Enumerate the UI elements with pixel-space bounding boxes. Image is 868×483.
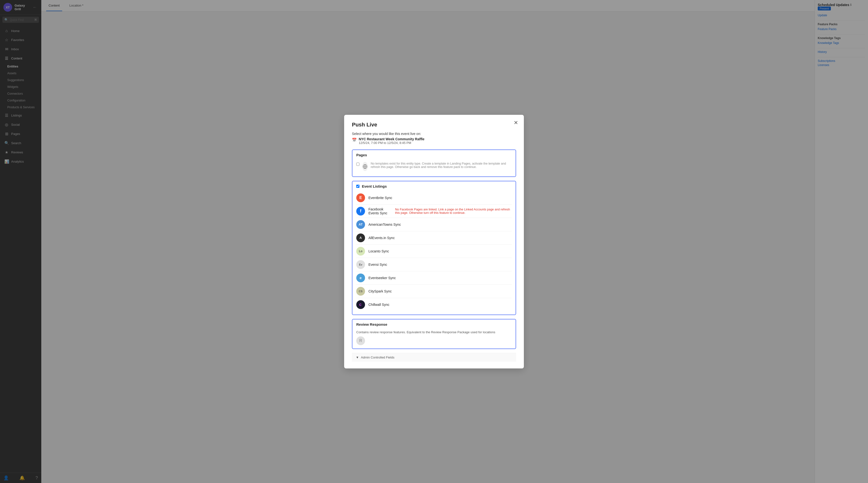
evensi-label: Evensi Sync xyxy=(368,263,387,266)
allevents-icon: A xyxy=(356,233,365,242)
listing-row-locanto: Lo Locanto Sync xyxy=(356,245,512,258)
modal-close-button[interactable]: ✕ xyxy=(512,119,520,126)
admin-fields-bar[interactable]: ▼ Admin Controlled Fields xyxy=(352,353,516,362)
modal-subtitle: Select where you would like this event l… xyxy=(352,132,516,136)
review-response-header: Review Response xyxy=(352,319,516,329)
calendar-icon: 📅 xyxy=(352,138,357,142)
review-response-icon: R xyxy=(356,336,365,345)
pages-section-card: Pages No templates exist for this entity… xyxy=(352,150,516,177)
event-listings-section-header: Event Listings xyxy=(352,181,516,191)
pages-row: No templates exist for this entity type.… xyxy=(356,160,512,173)
push-live-modal: Push Live ✕ Select where you would like … xyxy=(344,115,524,368)
facebook-label: Facebook Events Sync xyxy=(368,207,390,215)
event-listings-checkbox[interactable] xyxy=(356,185,360,188)
pages-section-header: Pages xyxy=(352,150,516,160)
listing-row-cityspark: CS CitySpark Sync xyxy=(356,285,512,298)
eventbrite-label: Eventbrite Sync xyxy=(368,196,392,200)
listing-row-facebook: f Facebook Events Sync No Facebook Pages… xyxy=(356,204,512,218)
eventseeker-icon: e xyxy=(356,273,365,282)
locanto-label: Locanto Sync xyxy=(368,249,389,253)
locanto-icon: Lo xyxy=(356,247,365,256)
event-name: NYC Restaurant Week Community Raffle xyxy=(359,137,424,141)
listing-row-americantowns: AT AmericanTowns Sync xyxy=(356,218,512,231)
pages-section-body: No templates exist for this entity type.… xyxy=(352,160,516,176)
pages-icon xyxy=(362,162,368,171)
eventbrite-icon: E xyxy=(356,193,365,202)
americantowns-label: AmericanTowns Sync xyxy=(368,223,401,226)
review-response-body: Contains review response features. Equiv… xyxy=(352,330,516,349)
listing-row-chillwall: C Chillwall Sync xyxy=(356,298,512,311)
listing-row-evensi: Ev Evensi Sync xyxy=(356,258,512,271)
evensi-icon: Ev xyxy=(356,260,365,269)
listing-row-eventseeker: e Eventseeker Sync xyxy=(356,271,512,285)
event-listings-body: E Eventbrite Sync f Facebook Events Sync… xyxy=(352,191,516,315)
event-listings-title: Event Listings xyxy=(362,184,387,188)
event-date: 12/5/24, 7:00 PM to 12/5/24, 8:45 PM xyxy=(359,141,424,144)
cityspark-icon: CS xyxy=(356,287,365,296)
listing-row-eventbrite: E Eventbrite Sync xyxy=(356,191,512,204)
admin-fields-label: Admin Controlled Fields xyxy=(361,356,395,359)
chillwall-label: Chillwall Sync xyxy=(368,303,389,307)
pages-checkbox[interactable] xyxy=(356,163,360,166)
allevents-label: AllEvents.in Sync xyxy=(368,236,395,240)
chevron-down-icon: ▼ xyxy=(356,356,359,359)
facebook-icon: f xyxy=(356,207,365,216)
facebook-error: No Facebook Pages are linked. Link a pag… xyxy=(395,208,512,215)
chillwall-icon: C xyxy=(356,300,365,309)
svg-text:C: C xyxy=(359,303,362,307)
review-response-section-card: Review Response Contains review response… xyxy=(352,319,516,349)
review-response-description: Contains review response features. Equiv… xyxy=(356,330,512,334)
event-listings-section-card: Event Listings E Eventbrite Sync f Faceb… xyxy=(352,181,516,315)
review-response-title: Review Response xyxy=(356,322,388,326)
listing-row-allevents: A AllEvents.in Sync xyxy=(356,231,512,245)
modal-title: Push Live xyxy=(352,122,516,128)
modal-event-info: 📅 NYC Restaurant Week Community Raffle 1… xyxy=(352,137,516,144)
americantowns-icon: AT xyxy=(356,220,365,229)
cityspark-label: CitySpark Sync xyxy=(368,289,392,293)
modal-overlay: Push Live ✕ Select where you would like … xyxy=(0,0,868,483)
pages-section-title: Pages xyxy=(356,153,367,157)
eventseeker-label: Eventseeker Sync xyxy=(368,276,396,280)
pages-message: No templates exist for this entity type.… xyxy=(371,162,512,169)
